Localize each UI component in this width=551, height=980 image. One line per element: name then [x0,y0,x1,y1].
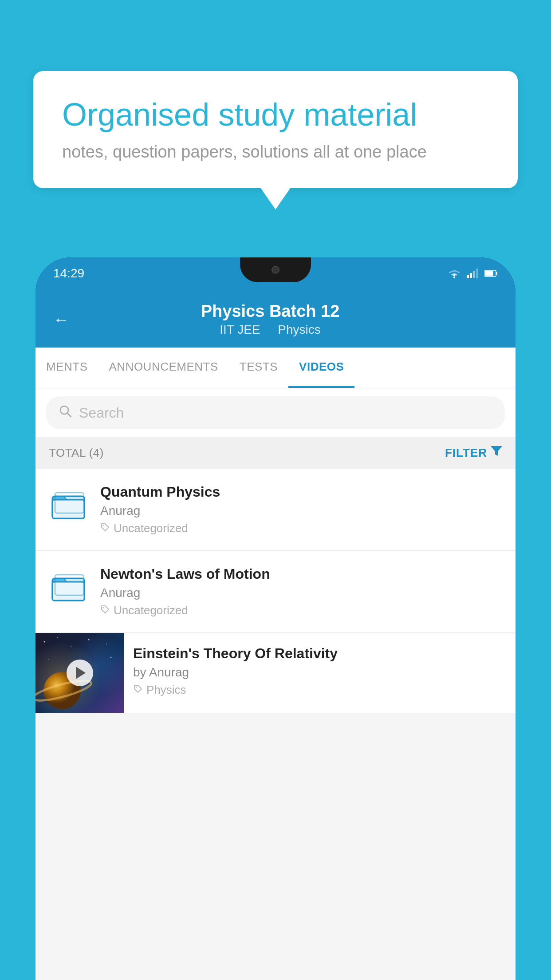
speech-bubble: Organised study material notes, question… [33,71,518,188]
tag-label: Uncategorized [114,522,188,535]
video-title: Newton's Laws of Motion [100,566,502,582]
svg-point-25 [48,659,49,660]
video-info: Newton's Laws of Motion Anurag Uncategor… [100,566,502,617]
svg-rect-17 [52,582,84,601]
folder-icon [51,569,86,606]
tag-icon [100,604,110,617]
svg-rect-3 [473,271,475,278]
video-author: by Anurag [133,665,507,680]
search-icon [59,404,72,421]
svg-point-23 [88,639,90,640]
tab-announcements[interactable]: ANNOUNCEMENTS [98,348,229,388]
signal-icon [467,269,478,278]
svg-rect-1 [467,275,469,278]
filter-label: FILTER [445,446,487,460]
header-title: Physics Batch 12 [83,302,458,321]
folder-thumb [49,484,88,526]
notch [240,257,311,282]
header-subtitle-part1: IIT JEE [220,323,260,336]
header-center: Physics Batch 12 IIT JEE Physics [83,302,458,337]
video-author: Anurag [100,586,502,600]
battery-icon [484,269,498,277]
search-placeholder: Search [79,405,124,421]
video-title: Quantum Physics [100,484,502,500]
tabs-bar: MENTS ANNOUNCEMENTS TESTS VIDEOS [35,348,516,388]
app-header: ← Physics Batch 12 IIT JEE Physics [35,289,516,348]
folder-thumb [49,566,88,609]
status-icons [448,269,498,278]
video-tag: Physics [133,683,507,697]
svg-rect-6 [485,271,493,276]
svg-point-19 [103,607,104,609]
tag-label: Uncategorized [114,604,188,617]
svg-point-22 [71,646,71,647]
search-container: Search [35,388,516,437]
status-time: 14:29 [53,266,84,281]
svg-rect-2 [470,273,472,278]
svg-point-29 [136,687,137,688]
header-subtitle-part2: Physics [278,323,320,336]
video-tag: Uncategorized [100,522,502,535]
video-author: Anurag [100,504,502,518]
tag-icon [133,683,143,697]
tag-icon [100,522,110,535]
phone-content: Search TOTAL (4) FILTER [35,388,516,980]
back-button[interactable]: ← [53,310,69,329]
filter-button[interactable]: FILTER [445,446,502,460]
video-thumbnail [35,633,124,713]
svg-point-21 [57,637,58,638]
header-subtitle: IIT JEE Physics [83,323,458,337]
video-info: Einstein's Theory Of Relativity by Anura… [124,633,516,709]
play-triangle-icon [76,667,86,679]
tab-ments[interactable]: MENTS [35,348,98,388]
folder-icon [51,486,86,524]
svg-rect-4 [476,269,478,278]
video-tag: Uncategorized [100,604,502,617]
list-item[interactable]: Newton's Laws of Motion Anurag Uncategor… [35,551,516,633]
search-box[interactable]: Search [46,396,505,429]
video-title: Einstein's Theory Of Relativity [133,645,507,662]
svg-point-14 [103,525,104,526]
status-bar: 14:29 [35,257,516,289]
svg-line-9 [67,413,71,417]
list-item[interactable]: Quantum Physics Anurag Uncategorized [35,469,516,551]
svg-point-26 [110,657,112,658]
camera-dot [272,266,279,274]
filter-icon [491,446,502,460]
svg-rect-12 [52,500,84,518]
tab-tests[interactable]: TESTS [229,348,288,388]
video-info: Quantum Physics Anurag Uncategorized [100,484,502,535]
svg-point-24 [106,644,107,644]
list-item[interactable]: Einstein's Theory Of Relativity by Anura… [35,633,516,713]
phone-frame: 14:29 [35,257,516,980]
wifi-icon [448,269,460,278]
total-count: TOTAL (4) [49,446,104,460]
svg-rect-7 [496,272,497,275]
bubble-subtitle: notes, question papers, solutions all at… [62,142,489,162]
bubble-title: Organised study material [62,95,489,134]
tab-videos[interactable]: VIDEOS [288,348,354,388]
svg-point-0 [453,277,455,278]
filter-row: TOTAL (4) FILTER [35,437,516,469]
svg-point-20 [44,641,45,643]
play-button[interactable] [67,660,93,686]
video-list: Quantum Physics Anurag Uncategorized [35,469,516,713]
tag-label: Physics [146,683,186,697]
